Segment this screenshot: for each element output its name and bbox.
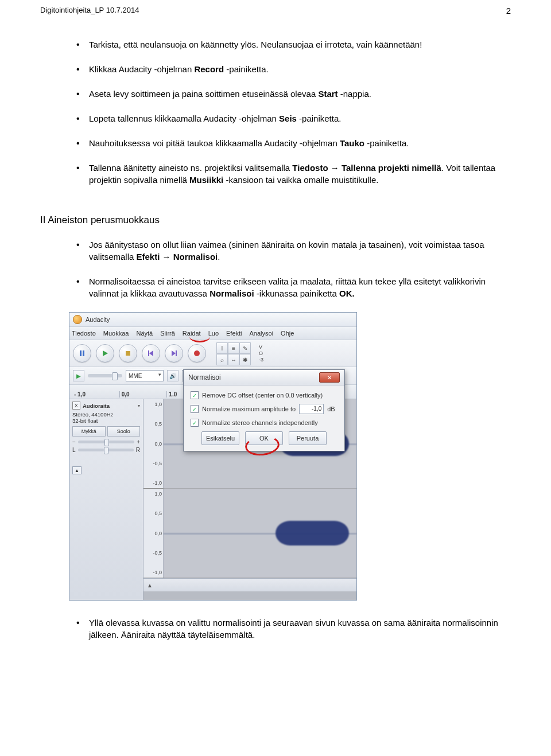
menu-nayta[interactable]: Näytä — [136, 330, 153, 337]
mute-button[interactable]: Mykkä — [72, 426, 106, 437]
bullet-start: Aseta levy soittimeen ja paina soittimen… — [89, 88, 511, 100]
track-area: × Audioraita ▾ Stereo, 44100Hz 32-bit fl… — [69, 399, 356, 600]
pan-slider[interactable] — [78, 449, 134, 451]
instruction-list-2: Jos äänitystaso on ollut liian vaimea (s… — [40, 239, 511, 299]
svg-rect-7 — [176, 350, 177, 356]
draw-tool-icon[interactable]: ✎ — [239, 342, 251, 354]
gain-plus-label: + — [137, 439, 140, 445]
selection-tool-icon[interactable]: I — [216, 342, 228, 354]
bullet-record: Klikkaa Audacity -ohjelman Record -paini… — [89, 63, 511, 75]
waveform-canvas — [164, 489, 356, 578]
label-normalize-amp: Normalize maximum amplitude to — [202, 406, 296, 412]
transport-toolbar: I ≡ ✎ ⌕ ↔ ✱ V O -3 — [69, 340, 356, 367]
checkbox-remove-dc[interactable]: ✓ — [191, 391, 199, 399]
record-button[interactable] — [188, 344, 206, 363]
dialog-close-button[interactable]: ✕ — [319, 372, 340, 383]
host-dropdown[interactable]: MME — [126, 370, 164, 381]
waveform-channel-right: 1,0 0,5 0,0 -0,5 -1,0 — [143, 489, 356, 578]
svg-rect-5 — [148, 350, 149, 356]
ok-button[interactable]: OK — [245, 431, 283, 445]
track-control-panel: × Audioraita ▾ Stereo, 44100Hz 32-bit fl… — [69, 399, 143, 600]
solo-button[interactable]: Soolo — [107, 426, 141, 437]
amplitude-scale: 1,0 0,5 0,0 -0,5 -1,0 — [143, 399, 164, 488]
instruction-list-3: Yllä olevassa kuvassa on valittu normali… — [40, 617, 511, 641]
svg-marker-6 — [172, 350, 176, 356]
menu-muokkaa[interactable]: Muokkaa — [103, 330, 129, 337]
svg-marker-2 — [103, 350, 108, 356]
pause-button[interactable] — [73, 344, 91, 363]
timeshift-tool-icon[interactable]: ↔ — [228, 354, 239, 365]
play-small-icon[interactable]: ▶ — [73, 370, 84, 381]
section-2-heading: II Aineiston perusmuokkaus — [40, 215, 511, 226]
window-title: Audacity — [86, 316, 110, 323]
menu-analysoi[interactable]: Analysoi — [250, 330, 274, 337]
waveform-area[interactable]: 1,0 0,5 0,0 -0,5 -1,0 Normalisoi — [143, 399, 356, 600]
meter-labels: V O -3 — [259, 344, 263, 363]
bullet-seis: Lopeta tallennus klikkaamalla Audacity -… — [89, 112, 511, 124]
instruction-list-1: Tarkista, että neulansuoja on käännetty … — [40, 38, 511, 186]
page-number: 2 — [506, 6, 511, 15]
dialog-titlebar: Normalisoi ✕ — [184, 370, 344, 385]
menu-bar: Tiedosto Muokkaa Näytä Siirrä Raidat Luo… — [69, 327, 356, 340]
envelope-tool-icon[interactable]: ≡ — [228, 342, 239, 354]
svg-rect-3 — [126, 351, 130, 356]
svg-point-8 — [194, 350, 200, 356]
close-track-button[interactable]: × — [72, 402, 80, 410]
track-menu-chevron-icon[interactable]: ▾ — [138, 403, 140, 408]
menu-tiedosto[interactable]: Tiedosto — [72, 330, 96, 337]
label-stereo-independent: Normalize stereo channels independently — [202, 419, 318, 426]
preview-button[interactable]: Esikatselu — [201, 431, 239, 445]
skip-start-button[interactable] — [142, 344, 160, 363]
menu-luo[interactable]: Luo — [208, 330, 219, 337]
ruler-tick: 0,0 — [119, 391, 167, 398]
stop-button[interactable] — [119, 344, 137, 363]
gain-minus-label: − — [72, 439, 76, 445]
doc-header: Digitointiohjeita_LP 10.7.2014 2 — [40, 6, 511, 15]
bullet-tallenna: Tallenna äänitetty aineisto ns. projekti… — [89, 162, 511, 186]
window-titlebar: Audacity — [69, 313, 356, 327]
playback-volume-slider[interactable] — [88, 374, 122, 377]
bullet-normalisoi-intro: Jos äänitystaso on ollut liian vaimea (s… — [89, 239, 511, 263]
pan-l-label: L — [72, 447, 76, 453]
edit-tool-grid: I ≡ ✎ ⌕ ↔ ✱ — [216, 342, 250, 364]
dialog-title: Normalisoi — [188, 373, 221, 381]
cancel-button[interactable]: Peruuta — [289, 431, 327, 445]
amplitude-scale: 1,0 0,5 0,0 -0,5 -1,0 — [143, 489, 164, 578]
track-stereo-label: Stereo, 44100Hz — [72, 411, 140, 418]
gain-slider[interactable] — [78, 441, 134, 443]
pan-r-label: R — [136, 447, 140, 453]
label-db-unit: dB — [327, 406, 335, 412]
normalize-dialog: Normalisoi ✕ ✓ Remove DC offset (center … — [183, 369, 345, 451]
menu-siirra[interactable]: Siirrä — [160, 330, 175, 337]
collapse-track-button[interactable]: ▲ — [72, 466, 82, 474]
svg-rect-0 — [80, 350, 82, 356]
play-button[interactable] — [96, 344, 114, 363]
track-format-label: 32-bit float — [72, 418, 140, 424]
bullet-after-normalize: Yllä olevassa kuvassa on valittu normali… — [89, 617, 511, 641]
menu-ohje[interactable]: Ohje — [281, 330, 294, 337]
track-collapse-bar[interactable]: ▲ — [143, 578, 356, 591]
bullet-normalisoi-ok: Normalisoitaessa ei aineistoa tarvitse e… — [89, 275, 511, 299]
svg-rect-1 — [83, 350, 84, 356]
audacity-app-icon — [73, 315, 82, 324]
menu-raidat[interactable]: Raidat — [183, 330, 201, 337]
audacity-screenshot: Audacity Tiedosto Muokkaa Näytä Siirrä R… — [69, 312, 357, 601]
multi-tool-icon[interactable]: ✱ — [239, 354, 251, 365]
checkbox-normalize-amp[interactable]: ✓ — [191, 405, 199, 413]
svg-marker-4 — [149, 350, 153, 356]
skip-end-button[interactable] — [165, 344, 183, 363]
bullet-neulansuoja: Tarkista, että neulansuoja on käännetty … — [89, 38, 511, 50]
checkbox-stereo-independent[interactable]: ✓ — [191, 419, 199, 427]
zoom-tool-icon[interactable]: ⌕ — [216, 354, 228, 365]
doc-title: Digitointiohjeita_LP 10.7.2014 — [40, 6, 139, 15]
track-name: Audioraita — [83, 403, 110, 409]
waveform-channel-left: 1,0 0,5 0,0 -0,5 -1,0 Normalisoi — [143, 399, 356, 489]
menu-efekti[interactable]: Efekti — [226, 330, 242, 337]
speaker-icon: 🔊 — [167, 370, 179, 381]
collapse-arrow-icon: ▲ — [147, 582, 153, 589]
ruler-tick: - 1,0 — [69, 391, 119, 398]
bullet-tauko: Nauhoituksessa voi pitää taukoa klikkaam… — [89, 137, 511, 149]
input-normalize-db[interactable]: -1,0 — [299, 404, 324, 414]
label-remove-dc: Remove DC offset (center on 0.0 vertical… — [202, 392, 323, 399]
